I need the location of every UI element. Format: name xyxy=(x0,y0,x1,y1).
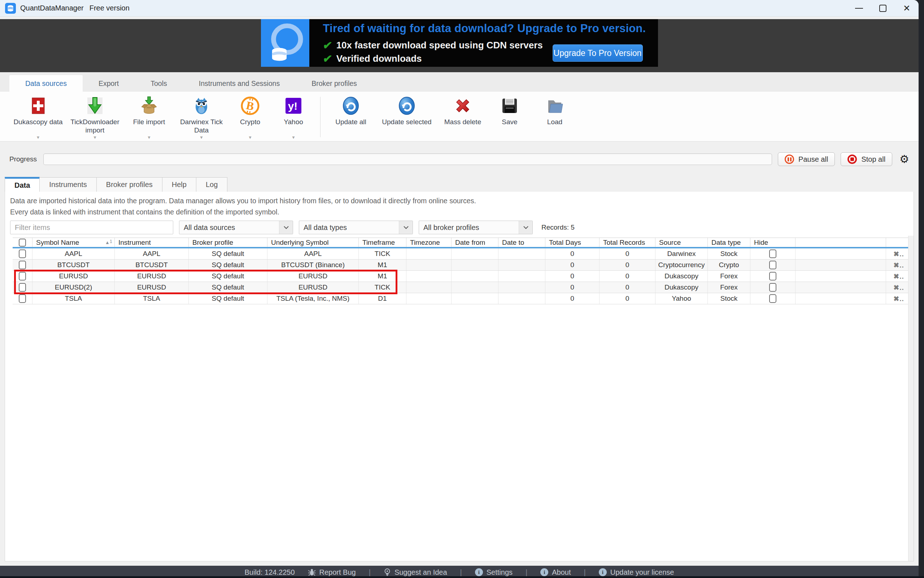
row-checkbox[interactable] xyxy=(19,294,26,303)
data-types-select[interactable]: All data types xyxy=(299,221,413,234)
row-checkbox[interactable] xyxy=(19,283,26,292)
filter-items-input[interactable] xyxy=(10,221,173,234)
table-row[interactable]: EURUSD EURUSD SQ default EURUSD M1 0 0 D… xyxy=(13,271,911,282)
vertical-scrollbar[interactable] xyxy=(908,236,914,561)
table-row[interactable]: EURUSD(2) EURUSD SQ default EURUSD TICK … xyxy=(13,282,911,293)
table-row[interactable]: TSLA TSLA SQ default TSLA (Tesla, Inc., … xyxy=(13,293,911,304)
banner-headline: Tired of waiting for data download? Upgr… xyxy=(323,22,658,35)
column-header-source[interactable]: Source xyxy=(655,238,708,247)
maximize-button[interactable] xyxy=(871,0,895,16)
save-button[interactable]: Save xyxy=(488,96,531,140)
row-select-cell[interactable] xyxy=(13,293,32,304)
row-select-cell[interactable] xyxy=(13,282,32,293)
dukascopy-data-button[interactable]: Dukascopy data ▾ xyxy=(10,96,66,140)
row-action-icon[interactable]: ✖.. xyxy=(893,295,904,303)
upgrade-to-pro-button[interactable]: Upgrade To Pro Version xyxy=(553,44,643,62)
dropdown-arrow-icon[interactable]: ▾ xyxy=(249,135,251,140)
cell-symbol-name: TSLA xyxy=(32,293,115,304)
cell-hide[interactable] xyxy=(751,248,796,259)
cell-actions[interactable]: ✖.. xyxy=(886,282,911,293)
file-import-button[interactable]: File import ▾ xyxy=(124,96,174,140)
cell-data-type: Forex xyxy=(708,271,751,282)
column-header-timeframe[interactable]: Timeframe xyxy=(359,238,407,247)
dropdown-arrow-icon[interactable]: ▾ xyxy=(292,135,295,140)
close-button[interactable]: ✕ xyxy=(895,0,919,16)
broker-profiles-select[interactable]: All broker profiles xyxy=(419,221,533,234)
row-action-icon[interactable]: ✖.. xyxy=(893,272,904,281)
column-header-date-to[interactable]: Date to xyxy=(498,238,545,247)
crypto-button[interactable]: B Crypto ▾ xyxy=(229,96,272,140)
row-action-icon[interactable]: ✖.. xyxy=(893,261,904,270)
cell-hide[interactable] xyxy=(751,293,796,304)
update-license-link[interactable]: i Update your license xyxy=(599,568,674,576)
column-header-timezone[interactable]: Timezone xyxy=(407,238,452,247)
cell-actions[interactable]: ✖.. xyxy=(886,248,911,259)
ribbon-tab-data-sources[interactable]: Data sources xyxy=(10,75,83,92)
tab-data[interactable]: Data xyxy=(5,177,40,192)
yahoo-button[interactable]: y! Yahoo ▾ xyxy=(272,96,315,140)
cell-hide[interactable] xyxy=(751,260,796,270)
update-selected-button[interactable]: Update selected xyxy=(376,96,438,140)
select-all-checkbox[interactable] xyxy=(19,239,26,247)
row-action-icon[interactable]: ✖.. xyxy=(893,250,904,258)
tab-help[interactable]: Help xyxy=(162,177,196,192)
dropdown-arrow-icon[interactable]: ▾ xyxy=(200,135,203,140)
minimize-button[interactable] xyxy=(847,0,871,16)
tab-log[interactable]: Log xyxy=(196,177,227,192)
hide-checkbox[interactable] xyxy=(769,250,776,258)
ribbon-tab-broker-profiles[interactable]: Broker profiles xyxy=(296,75,373,92)
column-header-instrument[interactable]: Instrument xyxy=(115,238,189,247)
cell-hide[interactable] xyxy=(751,271,796,282)
column-header-hide[interactable]: Hide xyxy=(751,238,796,247)
tab-instruments[interactable]: Instruments xyxy=(39,177,96,192)
settings-link[interactable]: i Settings xyxy=(475,568,512,576)
cell-actions[interactable]: ✖.. xyxy=(886,271,911,282)
settings-gear-icon[interactable]: ⚙ xyxy=(900,154,909,165)
row-checkbox[interactable] xyxy=(19,250,26,258)
dropdown-arrow-icon[interactable]: ▾ xyxy=(37,135,39,140)
column-header-underlying-symbol[interactable]: Underlying Symbol xyxy=(267,238,359,247)
row-checkbox[interactable] xyxy=(19,261,26,270)
row-select-cell[interactable] xyxy=(13,271,32,282)
ribbon-tab-instruments-sessions[interactable]: Instruments and Sessions xyxy=(183,75,296,92)
column-header-total-days[interactable]: Total Days xyxy=(545,238,600,247)
table-row[interactable]: BTCUSDT BTCUSDT SQ default BTCUSDT (Bina… xyxy=(13,260,911,271)
load-button[interactable]: Load xyxy=(531,96,578,140)
cell-timezone xyxy=(407,293,452,304)
dropdown-arrow-icon[interactable]: ▾ xyxy=(94,135,96,140)
ribbon-tab-export[interactable]: Export xyxy=(83,75,135,92)
mass-delete-button[interactable]: Mass delete xyxy=(438,96,488,140)
data-sources-select[interactable]: All data sources xyxy=(179,221,293,234)
cell-actions[interactable]: ✖.. xyxy=(886,260,911,270)
row-checkbox[interactable] xyxy=(19,272,26,281)
cell-actions[interactable]: ✖.. xyxy=(886,293,911,304)
cell-hide[interactable] xyxy=(751,282,796,293)
row-action-icon[interactable]: ✖.. xyxy=(893,283,904,292)
update-all-button[interactable]: Update all xyxy=(326,96,376,140)
darwinex-tick-data-button[interactable]: Darwinex Tick Data ▾ xyxy=(174,96,229,140)
row-select-cell[interactable] xyxy=(13,248,32,259)
table-row[interactable]: AAPL AAPL SQ default AAPL TICK 0 0 Darwi… xyxy=(13,248,911,260)
pause-all-button[interactable]: Pause all xyxy=(778,153,835,166)
hide-checkbox[interactable] xyxy=(769,272,776,281)
pro-upgrade-banner[interactable]: Tired of waiting for data download? Upgr… xyxy=(261,19,658,67)
select-all-cell[interactable] xyxy=(13,238,32,247)
column-header-data-type[interactable]: Data type xyxy=(708,238,751,247)
about-link[interactable]: i About xyxy=(540,568,571,576)
column-header-date-from[interactable]: Date from xyxy=(452,238,498,247)
hide-checkbox[interactable] xyxy=(769,294,776,303)
report-bug-link[interactable]: Report Bug xyxy=(308,568,356,576)
tab-broker-profiles[interactable]: Broker profiles xyxy=(96,177,162,192)
column-header-broker-profile[interactable]: Broker profile xyxy=(189,238,267,247)
records-count: Records: 5 xyxy=(541,224,575,231)
dropdown-arrow-icon[interactable]: ▾ xyxy=(148,135,150,140)
row-select-cell[interactable] xyxy=(13,260,32,270)
suggest-idea-link[interactable]: Suggest an Idea xyxy=(384,568,447,576)
stop-all-button[interactable]: Stop all xyxy=(841,153,892,166)
hide-checkbox[interactable] xyxy=(769,261,776,270)
hide-checkbox[interactable] xyxy=(769,283,776,292)
column-header-total-records[interactable]: Total Records xyxy=(600,238,655,247)
tickdownloader-import-button[interactable]: TickDownloader import ▾ xyxy=(66,96,124,140)
ribbon-tab-tools[interactable]: Tools xyxy=(135,75,183,92)
column-header-symbol-name[interactable]: Symbol Name▲1 xyxy=(32,238,115,247)
